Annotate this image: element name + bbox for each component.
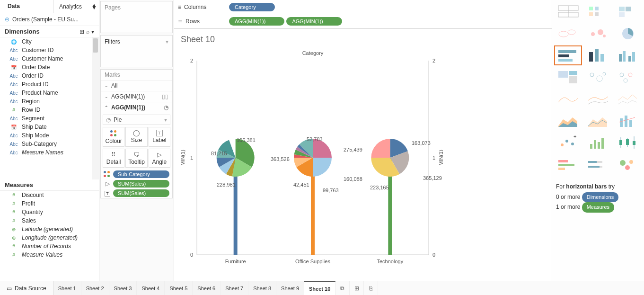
- showme-thumb-23[interactable]: [614, 154, 642, 174]
- row-pill[interactable]: AGG(MIN(1)): [286, 17, 342, 26]
- tab-analytics[interactable]: Analytics ▲▼: [53, 0, 99, 13]
- mark-type-dropdown[interactable]: ◔Pie ▾: [103, 115, 170, 125]
- size-button[interactable]: ◯Size: [125, 127, 147, 147]
- showme-thumb-13[interactable]: [584, 89, 612, 109]
- sheet-tab-sheet-5[interactable]: Sheet 5: [165, 281, 193, 295]
- marks-title: Marks: [101, 70, 172, 80]
- sheet-tab-sheet-6[interactable]: Sheet 6: [193, 281, 221, 295]
- showme-thumb-21[interactable]: [554, 154, 582, 174]
- dimension-order-date[interactable]: 📅Order Date: [0, 63, 99, 72]
- column-pill[interactable]: Category: [229, 3, 275, 11]
- columns-shelf[interactable]: ≡Columns Category: [174, 0, 552, 14]
- svg-rect-43: [632, 52, 635, 62]
- showme-thumb-17[interactable]: [614, 111, 642, 131]
- dimension-product-name[interactable]: AbcProduct Name: [0, 89, 99, 97]
- pages-shelf[interactable]: Pages: [100, 1, 173, 33]
- angle-button[interactable]: ▷Angle: [149, 149, 170, 168]
- measure-latitude-generated-[interactable]: ⊕Latitude (generated): [0, 225, 99, 233]
- showme-thumb-8[interactable]: [614, 45, 642, 65]
- showme-thumb-11[interactable]: [614, 67, 642, 87]
- showme-thumb-0[interactable]: [554, 2, 582, 22]
- sheet-tab-sheet-2[interactable]: Sheet 2: [81, 281, 109, 295]
- abc-icon: Abc: [9, 73, 18, 79]
- dimension-order-id[interactable]: AbcOrder ID: [0, 72, 99, 80]
- globe-icon: 🌐: [9, 39, 18, 45]
- dimension-customer-name[interactable]: AbcCustomer Name: [0, 54, 99, 63]
- dimension-product-id[interactable]: AbcProduct ID: [0, 80, 99, 89]
- showme-thumb-9[interactable]: [554, 67, 582, 87]
- sheet-tab-sheet-7[interactable]: Sheet 7: [221, 281, 248, 295]
- row-pill[interactable]: AGG(MIN(1)): [229, 17, 284, 26]
- sheet-tab-sheet-4[interactable]: Sheet 4: [137, 281, 165, 295]
- dimensions-list: 🌐CityAbcCustomer IDAbcCustomer Name📅Orde…: [0, 37, 99, 179]
- label-button[interactable]: TLabel: [149, 127, 170, 147]
- sheet-tab-sheet-9[interactable]: Sheet 9: [276, 281, 304, 295]
- showme-thumb-2[interactable]: [614, 2, 642, 22]
- new-dashboard-button[interactable]: ⊞: [350, 281, 364, 295]
- menu-icon[interactable]: ▾: [91, 28, 94, 35]
- mark-pill-sum-sales-[interactable]: TSUM(Sales): [101, 188, 172, 198]
- measure-measure-values[interactable]: #Measure Values: [0, 250, 99, 259]
- sheet-tab-sheet-1[interactable]: Sheet 1: [53, 281, 81, 295]
- tab-data[interactable]: Data: [0, 0, 53, 13]
- showme-thumb-5[interactable]: [614, 24, 642, 44]
- sheet-tab-sheet-8[interactable]: Sheet 8: [248, 281, 276, 295]
- mark-type-label: Pie: [114, 116, 122, 123]
- showme-thumb-19[interactable]: [584, 133, 612, 152]
- sheet-tab-sheet-10[interactable]: Sheet 10: [304, 281, 335, 295]
- dimension-sub-category[interactable]: AbcSub-Category: [0, 140, 99, 148]
- dimension-segment[interactable]: AbcSegment: [0, 114, 99, 123]
- marks-agg1-row[interactable]: ⌄AGG(MIN(1))▯▯: [101, 91, 172, 102]
- scrollbar-thumb[interactable]: [93, 38, 98, 53]
- showme-thumb-12[interactable]: [554, 89, 582, 109]
- view-icon[interactable]: ⊞: [79, 28, 84, 35]
- marks-agg2-row[interactable]: ⌃AGG(MIN(1))◔: [101, 102, 172, 113]
- showme-thumb-15[interactable]: [554, 111, 582, 131]
- mark-pill-sum-sales-[interactable]: ▷SUM(Sales): [101, 179, 172, 188]
- tooltip-button[interactable]: 🗨Tooltip: [125, 149, 147, 168]
- scrollbar-track[interactable]: [92, 37, 99, 179]
- showme-thumb-1[interactable]: [584, 2, 612, 22]
- showme-thumb-18[interactable]: +: [554, 133, 582, 152]
- dimension-region[interactable]: AbcRegion: [0, 97, 99, 106]
- rows-shelf[interactable]: ≣Rows AGG(MIN(1))AGG(MIN(1)): [174, 14, 552, 28]
- measure-sales[interactable]: #Sales: [0, 216, 99, 225]
- search-icon[interactable]: ⌕: [86, 28, 89, 35]
- sheet-tab-sheet-3[interactable]: Sheet 3: [109, 281, 137, 295]
- filters-shelf[interactable]: Filters▾: [100, 35, 173, 67]
- showme-thumb-3[interactable]: [554, 24, 582, 44]
- showme-thumb-20[interactable]: [614, 133, 642, 152]
- filters-menu-icon[interactable]: ▾: [166, 38, 168, 45]
- svg-rect-27: [619, 12, 625, 17]
- showme-thumb-4[interactable]: [584, 24, 612, 44]
- measure-longitude-generated-[interactable]: ⊕Longitude (generated): [0, 233, 99, 242]
- hash-icon: #: [9, 210, 18, 215]
- showme-thumb-10[interactable]: [584, 67, 612, 87]
- showme-thumb-14[interactable]: [614, 89, 642, 109]
- new-story-button[interactable]: ⎘: [364, 281, 378, 295]
- colour-button[interactable]: Colour: [103, 127, 124, 147]
- dimension-customer-id[interactable]: AbcCustomer ID: [0, 46, 99, 54]
- showme-thumb-6[interactable]: [554, 45, 582, 65]
- measure-profit[interactable]: #Profit: [0, 199, 99, 208]
- marks-all-row[interactable]: ⌄All: [101, 80, 172, 91]
- detail-button[interactable]: ⠿Detail: [103, 149, 124, 168]
- sheet-title[interactable]: Sheet 10: [181, 35, 548, 45]
- dimension-ship-date[interactable]: 📅Ship Date: [0, 123, 99, 131]
- measure-discount[interactable]: #Discount: [0, 191, 99, 199]
- svg-text:Category: Category: [302, 50, 324, 56]
- showme-thumb-22[interactable]: [584, 154, 612, 174]
- measure-quantity[interactable]: #Quantity: [0, 208, 99, 216]
- dimension-row-id[interactable]: #Row ID: [0, 106, 99, 114]
- dimension-ship-mode[interactable]: AbcShip Mode: [0, 131, 99, 140]
- mark-pill-sub-category[interactable]: Sub-Category: [101, 170, 172, 179]
- dimension-measure-names[interactable]: AbcMeasure Names: [0, 148, 99, 157]
- measure-number-of-records[interactable]: #Number of Records: [0, 242, 99, 250]
- showme-thumb-7[interactable]: [584, 45, 612, 65]
- dimension-city[interactable]: 🌐City: [0, 37, 99, 46]
- data-source-connector[interactable]: ⊝ Orders (Sample - EU Su...: [0, 13, 99, 26]
- new-worksheet-button[interactable]: ⧉: [335, 281, 350, 295]
- showme-thumb-16[interactable]: [584, 111, 612, 131]
- pie-icon: ◔: [164, 104, 168, 111]
- data-source-tab[interactable]: ▭Data Source: [0, 281, 53, 295]
